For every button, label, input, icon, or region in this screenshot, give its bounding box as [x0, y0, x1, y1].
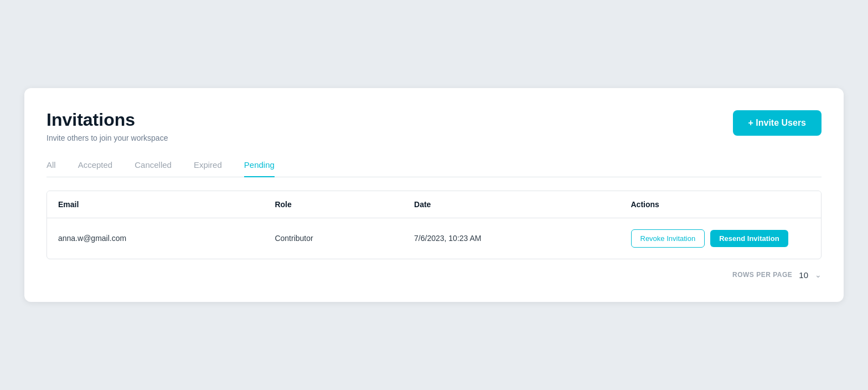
page-header: Invitations Invite others to join your w…	[46, 110, 822, 142]
page-subtitle: Invite others to join your workspace	[46, 134, 168, 142]
cell-email: anna.w@gmail.com	[47, 218, 264, 259]
tab-all[interactable]: All	[46, 160, 56, 177]
tab-expired[interactable]: Expired	[194, 160, 222, 177]
title-block: Invitations Invite others to join your w…	[46, 110, 168, 142]
pagination-row: ROWS PER PAGE 10 ⌄	[46, 270, 822, 280]
tab-pending[interactable]: Pending	[244, 160, 275, 177]
actions-container: Revoke Invitation Resend Invitation	[631, 229, 810, 248]
resend-invitation-button[interactable]: Resend Invitation	[710, 230, 788, 247]
rows-per-page-label: ROWS PER PAGE	[732, 271, 792, 279]
tabs-bar: All Accepted Cancelled Expired Pending	[46, 160, 822, 177]
cell-actions: Revoke Invitation Resend Invitation	[620, 218, 822, 259]
col-header-actions: Actions	[620, 191, 822, 218]
invitations-table-container: Email Role Date Actions anna.w@gmail.com…	[46, 191, 822, 259]
cell-role: Contributor	[264, 218, 403, 259]
rows-per-page-value: 10	[799, 270, 808, 280]
tab-accepted[interactable]: Accepted	[78, 160, 113, 177]
invitations-table: Email Role Date Actions anna.w@gmail.com…	[47, 191, 821, 259]
col-header-email: Email	[47, 191, 264, 218]
col-header-date: Date	[403, 191, 619, 218]
revoke-invitation-button[interactable]: Revoke Invitation	[631, 229, 705, 248]
rows-per-page-dropdown-icon[interactable]: ⌄	[815, 270, 822, 279]
col-header-role: Role	[264, 191, 403, 218]
table-header-row: Email Role Date Actions	[47, 191, 821, 218]
page-title: Invitations	[46, 110, 168, 130]
invitations-card: Invitations Invite others to join your w…	[24, 88, 844, 301]
tab-cancelled[interactable]: Cancelled	[135, 160, 172, 177]
cell-date: 7/6/2023, 10:23 AM	[403, 218, 619, 259]
invite-users-button[interactable]: + Invite Users	[733, 110, 822, 136]
table-row: anna.w@gmail.com Contributor 7/6/2023, 1…	[47, 218, 821, 259]
